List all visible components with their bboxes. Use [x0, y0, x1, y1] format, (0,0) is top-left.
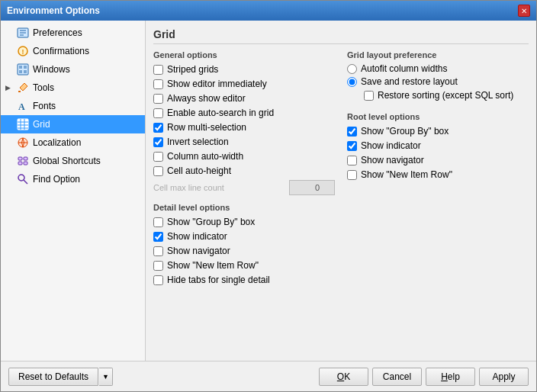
label-root-show-group-by: Show "Group By" box [361, 126, 449, 137]
checkbox-input-root-show-new-item-row[interactable] [347, 170, 357, 180]
window-title: Environment Options [7, 5, 100, 16]
checkbox-input-root-show-group-by[interactable] [347, 127, 357, 137]
svg-rect-8 [24, 66, 27, 69]
root-level-label: Root level options [347, 112, 529, 121]
label-detail-show-new-item-row: Show "New Item Row" [167, 260, 259, 271]
label-save-restore: Save and restore layout [361, 76, 458, 87]
grid-layout-label: Grid layout preference [347, 50, 529, 59]
label-cell-auto-height: Cell auto-height [167, 165, 231, 176]
checkbox-input-restore-sorting[interactable] [364, 91, 374, 101]
ok-label: OK [337, 371, 350, 382]
checkbox-input-invert-selection[interactable] [153, 137, 163, 147]
two-column-layout: General options Striped grids Show edito… [153, 50, 529, 288]
label-always-show-editor: Always show editor [167, 93, 246, 104]
checkbox-show-editor-immediately: Show editor immediately [153, 78, 335, 90]
cell-max-line-count-label: Cell max line count [153, 183, 289, 192]
checkbox-root-show-indicator: Show indicator [347, 140, 529, 152]
checkbox-invert-selection: Invert selection [153, 136, 335, 148]
sidebar-item-global-shortcuts[interactable]: Global Shortcuts [1, 152, 145, 170]
cell-max-line-count-input [289, 180, 335, 195]
label-root-show-indicator: Show indicator [361, 140, 421, 151]
sidebar-label-find-option: Find Option [33, 174, 80, 185]
label-show-editor-immediately: Show editor immediately [167, 79, 267, 89]
svg-rect-21 [18, 157, 22, 160]
checkbox-root-show-new-item-row: Show "New Item Row" [347, 169, 529, 181]
cancel-button[interactable]: Cancel [372, 368, 422, 386]
label-enable-auto-search: Enable auto-search in grid [167, 108, 274, 118]
label-striped-grids: Striped grids [167, 64, 218, 75]
apply-button[interactable]: Apply [479, 368, 529, 386]
checkbox-input-enable-auto-search[interactable] [153, 108, 163, 118]
sidebar: Preferences ! Confirmations Windows ▶ [1, 21, 146, 361]
checkbox-always-show-editor: Always show editor [153, 92, 335, 104]
help-label: Help [441, 371, 460, 382]
sidebar-label-grid: Grid [33, 119, 50, 130]
sidebar-item-preferences[interactable]: Preferences [1, 24, 145, 42]
main-panel: Grid General options Striped grids Show … [146, 21, 536, 361]
checkbox-input-root-show-indicator[interactable] [347, 141, 357, 151]
checkbox-input-always-show-editor[interactable] [153, 94, 163, 104]
checkbox-input-detail-hide-tabs[interactable] [153, 275, 163, 285]
localization-icon [16, 136, 30, 149]
checkbox-input-column-auto-width[interactable] [153, 152, 163, 162]
checkbox-detail-show-group-by: Show "Group By" box [153, 216, 335, 228]
sidebar-item-confirmations[interactable]: ! Confirmations [1, 42, 145, 60]
sidebar-item-windows[interactable]: Windows [1, 60, 145, 79]
radio-input-save-restore[interactable] [347, 77, 357, 87]
checkbox-input-detail-show-navigator[interactable] [153, 246, 163, 256]
checkbox-input-striped-grids[interactable] [153, 65, 163, 75]
svg-rect-9 [19, 70, 22, 73]
panel-title: Grid [153, 28, 529, 44]
radio-save-restore-layout: Save and restore layout [347, 76, 529, 87]
checkbox-input-show-editor-immediately[interactable] [153, 79, 163, 89]
checkbox-input-detail-show-group-by[interactable] [153, 217, 163, 227]
sidebar-item-fonts[interactable]: A Fonts [1, 97, 145, 115]
general-options-label: General options [153, 50, 335, 59]
left-column: General options Striped grids Show edito… [153, 50, 335, 288]
sidebar-item-grid[interactable]: Grid [1, 115, 145, 133]
sidebar-label-fonts: Fonts [33, 101, 56, 111]
checkbox-input-cell-auto-height[interactable] [153, 166, 163, 176]
svg-rect-7 [19, 66, 22, 69]
radio-autofit-column-widths: Autofit column widths [347, 63, 529, 74]
title-bar: Environment Options ✕ [1, 1, 536, 21]
sidebar-item-tools[interactable]: ▶ Tools [1, 79, 145, 97]
close-button[interactable]: ✕ [518, 5, 530, 17]
help-button[interactable]: Help [426, 368, 475, 386]
svg-rect-23 [18, 162, 22, 165]
svg-rect-10 [24, 70, 27, 73]
ok-button[interactable]: OK [319, 368, 368, 386]
sidebar-label-localization: Localization [33, 137, 81, 148]
footer-left: Reset to Defaults ▼ [8, 368, 113, 386]
windows-icon [16, 63, 30, 76]
label-detail-show-indicator: Show indicator [167, 231, 227, 242]
reset-to-defaults-button[interactable]: Reset to Defaults [8, 368, 98, 386]
checkbox-input-root-show-navigator[interactable] [347, 156, 357, 165]
checkbox-input-detail-show-new-item-row[interactable] [153, 261, 163, 271]
sidebar-item-localization[interactable]: Localization [1, 133, 145, 152]
radio-input-autofit[interactable] [347, 64, 357, 74]
checkbox-input-row-multi-selection[interactable] [153, 123, 163, 133]
cancel-label: Cancel [383, 371, 411, 382]
label-restore-sorting: Restore sorting (except SQL sort) [378, 90, 513, 101]
checkbox-detail-show-indicator: Show indicator [153, 230, 335, 243]
main-window: Environment Options ✕ Preferences ! Conf… [0, 0, 537, 392]
footer-right: OK Cancel Help Apply [319, 368, 529, 386]
label-root-show-navigator: Show navigator [361, 155, 424, 165]
reset-dropdown-button[interactable]: ▼ [99, 368, 113, 386]
sidebar-item-find-option[interactable]: Find Option [1, 170, 145, 188]
label-root-show-new-item-row: Show "New Item Row" [361, 169, 452, 180]
cell-max-line-count-row: Cell max line count [153, 180, 335, 195]
svg-point-25 [18, 175, 24, 181]
svg-text:A: A [18, 101, 25, 112]
checkbox-input-detail-show-indicator[interactable] [153, 232, 163, 242]
svg-rect-22 [24, 157, 27, 160]
prefs-icon [16, 26, 30, 40]
checkbox-enable-auto-search: Enable auto-search in grid [153, 107, 335, 119]
label-autofit: Autofit column widths [361, 63, 447, 74]
label-column-auto-width: Column auto-width [167, 151, 243, 162]
checkbox-root-show-navigator: Show navigator [347, 154, 529, 166]
label-row-multi-selection: Row multi-selection [167, 122, 246, 133]
confirm-icon: ! [16, 44, 30, 58]
sidebar-label-confirmations: Confirmations [33, 46, 89, 56]
